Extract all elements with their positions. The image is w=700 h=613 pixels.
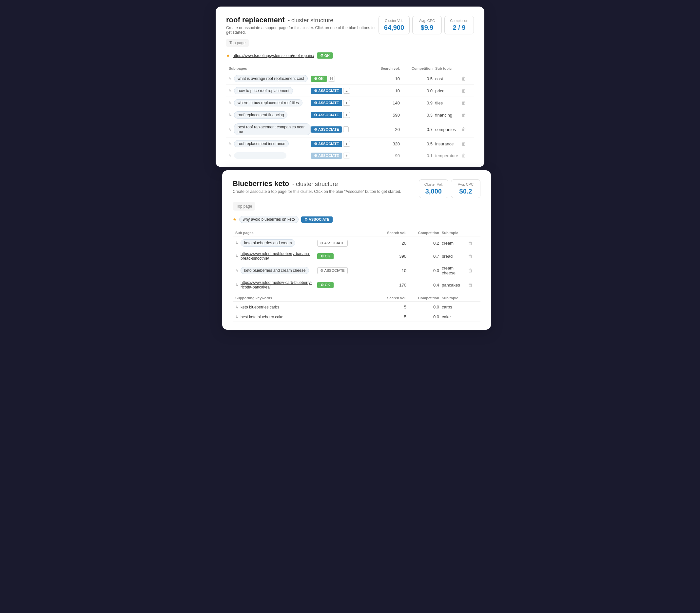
sub-pages-section: Sub pages Search vol. Competition Sub to… (226, 65, 474, 159)
trash-icon[interactable]: 🗑 (461, 88, 466, 93)
subtopic-cell: companies (435, 127, 461, 132)
competition-cell: 0.1 (403, 153, 435, 158)
search-vol-cell: 170 (376, 283, 409, 287)
supporting-keywords-section: Supporting keywords Search vol. Competit… (233, 295, 481, 322)
associate-button-outline[interactable]: ⚙ ASSOCIATE (317, 267, 348, 274)
associate-button[interactable]: ⚙ ASSOCIATE (311, 141, 342, 147)
trash-icon[interactable]: 🗑 (461, 153, 466, 158)
keyword-chip: roof replacement financing (234, 111, 288, 119)
ok-button[interactable]: ⚙ OK (311, 76, 327, 82)
gear-icon-small: ⚙ (320, 283, 324, 287)
keyword-chip: keto blueberries and cream cheese (241, 267, 309, 274)
return-arrow-icon: ↳ (229, 113, 232, 117)
table-row: ↳ best keto blueberry cake 5 0.0 cake (233, 312, 481, 322)
search-vol-cell: 390 (376, 254, 409, 259)
gear-icon-small: ⚙ (314, 127, 317, 132)
top-page-ok-button[interactable]: ⚙ OK (317, 52, 333, 58)
competition-cell: 0.0 (409, 314, 442, 319)
trash-icon[interactable]: 🗑 (461, 141, 466, 146)
plus-button[interactable]: + (343, 153, 350, 158)
h-button[interactable]: H (328, 76, 335, 81)
table-row: ↳ https://www.ruled.me/low-carb-blueberr… (233, 278, 481, 292)
gear-icon-small: ⚙ (320, 241, 323, 245)
top-page-label2: Top page (233, 202, 255, 211)
associate-button[interactable]: ⚙ ASSOCIATE (311, 100, 342, 106)
competition-cell: 0.0 (409, 304, 442, 310)
trash-icon[interactable]: 🗑 (468, 268, 473, 273)
completion-stat: Completion 2 / 9 (444, 16, 474, 35)
top-page-row2: ★ why avoid blueberries on keto ⚙ ASSOCI… (233, 214, 481, 225)
card2-stats: Cluster Vol. 3,000 Avg. CPC $0.2 (419, 180, 481, 198)
search-vol-cell: 20 (370, 127, 403, 132)
keyword-chip: best roof replacement companies near me (234, 123, 311, 135)
url-link[interactable]: https://www.ruled.me/blueberry-banana-br… (241, 251, 317, 261)
subtopic-cell: bread (442, 254, 468, 259)
top-page-url[interactable]: https://www.tsroofingsystems.com/roof-re… (233, 53, 314, 58)
search-vol-cell: 5 (376, 304, 409, 310)
subtopic-cell: pancakes (442, 283, 468, 287)
plus-button[interactable]: + (343, 100, 350, 106)
associate-button[interactable]: ⚙ ASSOCIATE (311, 112, 342, 118)
top-page-associate-button[interactable]: ⚙ ASSOCIATE (301, 217, 333, 223)
trash-icon[interactable]: 🗑 (461, 100, 466, 105)
return-arrow-icon: ↳ (229, 153, 232, 158)
keyword-chip: what is average roof replacement cost (234, 75, 308, 82)
return-arrow-icon: ↳ (229, 88, 232, 93)
trash-icon[interactable]: 🗑 (461, 76, 466, 81)
subtopic-cell: tiles (435, 101, 461, 105)
subtopic-cell: cream cheese (442, 265, 468, 275)
gear-icon-small: ⚙ (314, 154, 317, 158)
trash-icon[interactable]: 🗑 (468, 240, 473, 246)
associate-button[interactable]: ⚙ ASSOCIATE (311, 127, 342, 133)
subtopic-cell: insurance (435, 142, 461, 146)
gear-icon-small: ⚙ (314, 113, 317, 117)
gear-icon-small: ⚙ (314, 101, 317, 105)
table-row: ↳ keto blueberries and cream ⚙ ASSOCIATE… (233, 237, 481, 249)
col-search-vol2: Search vol. (376, 231, 409, 235)
associate-button[interactable]: ⚙ ASSOCIATE (311, 88, 342, 94)
top-page-label: Top page (226, 39, 249, 47)
trash-icon[interactable]: 🗑 (468, 282, 473, 287)
subtopic-cell: cost (435, 76, 461, 81)
card1-stats: Cluster Vol. 64,900 Avg. CPC $9.9 Comple… (379, 16, 474, 35)
keyword-chip: where to buy replacement roof tiles (234, 99, 303, 106)
blueberries-keto-card: Blueberries keto - cluster structure Cre… (222, 170, 491, 330)
search-vol-cell: 10 (370, 88, 403, 93)
col-competition2: Competition (409, 231, 442, 235)
plus-button[interactable]: + (343, 141, 350, 147)
search-vol-cell: 90 (370, 153, 403, 158)
ok-button[interactable]: ⚙ OK (317, 253, 334, 259)
table-row: ↳ how to price roof replacement ⚙ ASSOCI… (226, 85, 474, 97)
table-row: ↳ best roof replacement companies near m… (226, 121, 474, 138)
return-arrow-icon: ↳ (229, 127, 232, 132)
associate-button[interactable]: ⚙ ASSOCIATE (311, 153, 342, 159)
return-arrow-icon: ↳ (229, 142, 232, 146)
trash-icon[interactable]: 🗑 (468, 253, 473, 259)
search-vol-cell: 20 (376, 241, 409, 246)
gear-icon: ⚙ (320, 53, 323, 57)
partial-table-row: ↳ ⚙ ASSOCIATE + 90 0.1 temperature 🗑 (226, 150, 474, 159)
supporting-keyword: keto blueberries carbs (241, 305, 279, 310)
list-button[interactable]: ≡ (343, 88, 350, 94)
search-vol-cell: 320 (370, 142, 403, 146)
trash-icon[interactable]: 🗑 (461, 112, 466, 118)
table-row: ↳ keto blueberries and cream cheese ⚙ AS… (233, 263, 481, 278)
gear-icon-small: ⚙ (314, 142, 317, 146)
subtopic-cell: carbs (442, 304, 468, 310)
ok-button[interactable]: ⚙ OK (317, 282, 334, 288)
plus-button[interactable]: + (343, 112, 350, 118)
subtopic-cell: cake (442, 314, 468, 319)
card2-title: Blueberries keto - cluster structure (233, 180, 401, 188)
search-vol-cell: 140 (370, 101, 403, 105)
col-competition: Competition (403, 66, 435, 70)
associate-button-outline[interactable]: ⚙ ASSOCIATE (317, 240, 348, 247)
col-subpages: Sub pages (229, 66, 311, 70)
url-link[interactable]: https://www.ruled.me/low-carb-blueberry-… (241, 280, 317, 289)
gear-icon-small: ⚙ (320, 254, 324, 258)
search-vol-cell: 10 (376, 268, 409, 273)
table-row: ↳ what is average roof replacement cost … (226, 73, 474, 85)
return-arrow-icon: ↳ (229, 76, 232, 81)
info-button[interactable]: i (343, 127, 348, 132)
trash-icon[interactable]: 🗑 (461, 127, 466, 132)
competition-cell: 0.7 (409, 254, 442, 259)
